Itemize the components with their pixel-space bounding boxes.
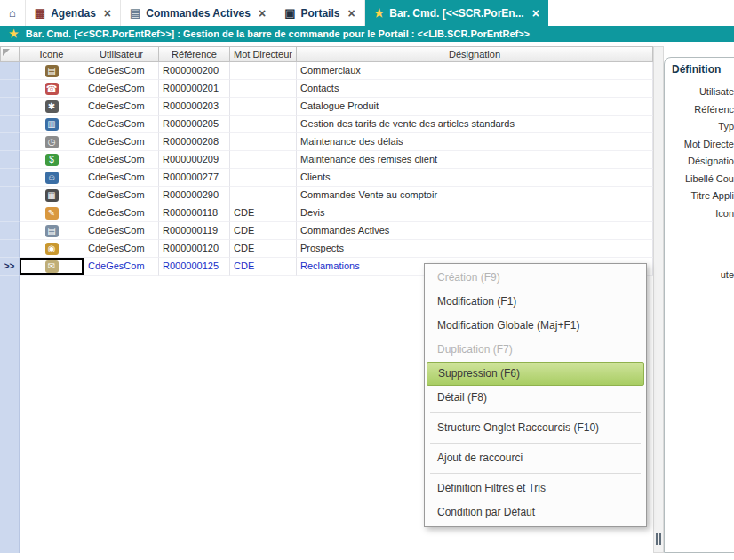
column-header-utilisateur[interactable]: Utilisateur bbox=[84, 46, 159, 62]
table-row[interactable]: ☺ CdeGesCom R000000277 Clients bbox=[0, 169, 653, 187]
table-row[interactable]: ▦ CdeGesCom R000000290 Commandes Vente a… bbox=[0, 187, 653, 204]
tab-bar-cmd[interactable]: ★ Bar. Cmd. [<<SCR.PorEn... × bbox=[365, 0, 548, 26]
column-header-designation[interactable]: Désignation bbox=[297, 46, 653, 62]
panel-field-label: Typ bbox=[664, 118, 734, 136]
portal-icon: ▣ bbox=[284, 7, 295, 19]
row-icon-cell: ✱ bbox=[20, 98, 84, 116]
cell-reference: R000000203 bbox=[159, 98, 230, 116]
application-window: ⌂ ▦ Agendas × ▤ Commandes Actives × ▣ Po… bbox=[0, 0, 734, 560]
cell-reference: R000000208 bbox=[159, 133, 230, 151]
cell-utilisateur: CdeGesCom bbox=[84, 98, 159, 116]
tab-agendas[interactable]: ▦ Agendas × bbox=[26, 0, 121, 26]
cell-reference: R000000209 bbox=[159, 151, 230, 169]
menu-item-ajout-de-raccourci[interactable]: Ajout de raccourci bbox=[427, 446, 644, 470]
table-row[interactable]: ◷ CdeGesCom R000000208 Maintenance des d… bbox=[0, 133, 653, 151]
row-icon-cell: ✎ bbox=[20, 204, 84, 222]
cell-mot-directeur bbox=[230, 187, 297, 204]
tab-label: Commandes Actives bbox=[146, 7, 251, 20]
cell-reference: R000000201 bbox=[159, 80, 230, 98]
cell-reference: R000000120 bbox=[159, 240, 230, 258]
menu-item-suppression[interactable]: Suppression (F6) bbox=[427, 362, 644, 386]
price-list-icon: ▥ bbox=[45, 118, 59, 131]
cell-reference: R000000277 bbox=[159, 169, 230, 187]
row-icon-cell: ☎ bbox=[20, 80, 84, 98]
catalog-icon: ✱ bbox=[45, 100, 59, 113]
close-tab-icon[interactable]: × bbox=[347, 6, 355, 20]
cell-designation: Contacts bbox=[297, 80, 653, 98]
splitter-grip-icon[interactable] bbox=[656, 533, 661, 545]
menu-separator bbox=[430, 412, 641, 413]
select-all-header-cell[interactable] bbox=[0, 46, 20, 62]
row-marker bbox=[0, 151, 20, 169]
menu-item-detail[interactable]: Détail (F8) bbox=[427, 386, 644, 410]
tab-commandes-actives[interactable]: ▤ Commandes Actives × bbox=[121, 0, 275, 26]
close-tab-icon[interactable]: × bbox=[259, 6, 266, 20]
grid-body: ▤ CdeGesCom R000000200 Commerciaux ☎ Cde… bbox=[0, 62, 653, 276]
tab-portails[interactable]: ▣ Portails × bbox=[275, 0, 365, 26]
cell-reference: R000000205 bbox=[159, 116, 230, 133]
table-row[interactable]: ☎ CdeGesCom R000000201 Contacts bbox=[0, 80, 653, 98]
row-marker bbox=[0, 240, 20, 258]
cell-mot-directeur: CDE bbox=[230, 240, 297, 258]
close-tab-icon[interactable]: × bbox=[532, 6, 539, 20]
printer-icon: ▤ bbox=[45, 225, 59, 237]
menu-item-duplication: Duplication (F7) bbox=[427, 338, 644, 362]
dollar-icon: $ bbox=[45, 154, 59, 166]
table-row[interactable]: ▤ CdeGesCom R000000200 Commerciaux bbox=[0, 62, 653, 80]
cell-reference: R000000125 bbox=[159, 258, 230, 276]
folder-icon: ✉ bbox=[45, 260, 59, 273]
row-marker bbox=[0, 98, 20, 116]
table-row[interactable]: ✱ CdeGesCom R000000203 Catalogue Produit bbox=[0, 98, 653, 116]
calendar-icon: ▦ bbox=[35, 7, 45, 19]
cell-designation: Commerciaux bbox=[297, 62, 653, 80]
table-row[interactable]: ▥ CdeGesCom R000000205 Gestion des tarif… bbox=[0, 116, 653, 133]
cell-mot-directeur bbox=[230, 133, 297, 151]
cell-mot-directeur: CDE bbox=[230, 258, 297, 276]
clock-icon: ◷ bbox=[45, 136, 59, 148]
cell-utilisateur: CdeGesCom bbox=[84, 204, 159, 222]
menu-separator bbox=[430, 443, 641, 444]
panel-field-label: Utilisate bbox=[664, 84, 734, 101]
menu-item-definition-filtres-et-tris[interactable]: Définition Filtres et Tris bbox=[427, 476, 644, 500]
menu-item-modification-globale[interactable]: Modification Globale (Maj+F1) bbox=[427, 314, 644, 338]
tab-label: Bar. Cmd. [<<SCR.PorEn... bbox=[389, 7, 523, 20]
menu-item-structure-onglet-raccourcis[interactable]: Structure Onglet Raccourcis (F10) bbox=[427, 416, 644, 440]
close-tab-icon[interactable]: × bbox=[104, 6, 111, 20]
clipboard-icon: ▤ bbox=[130, 7, 140, 19]
grid-header: Icone Utilisateur Référence Mot Directeu… bbox=[0, 46, 653, 62]
organizer-icon: ▤ bbox=[45, 65, 59, 77]
tab-home[interactable]: ⌂ bbox=[0, 0, 26, 26]
table-row[interactable]: ◉ CdeGesCom R000000120 CDE Prospects bbox=[0, 240, 653, 258]
row-marker: >> bbox=[0, 258, 20, 276]
column-header-icone[interactable]: Icone bbox=[20, 46, 84, 62]
menu-item-condition-par-defaut[interactable]: Condition par Défaut bbox=[427, 500, 644, 524]
cell-utilisateur: CdeGesCom bbox=[84, 187, 159, 204]
row-marker bbox=[0, 222, 20, 240]
cell-designation: Devis bbox=[297, 204, 653, 222]
row-marker bbox=[0, 62, 20, 80]
column-header-mot-directeur[interactable]: Mot Directeur bbox=[230, 46, 297, 62]
cell-reference: R000000119 bbox=[159, 222, 230, 240]
pencil-icon: ✎ bbox=[45, 207, 59, 220]
column-header-reference[interactable]: Référence bbox=[159, 46, 230, 62]
cell-mot-directeur bbox=[230, 98, 297, 116]
menu-item-modification[interactable]: Modification (F1) bbox=[427, 290, 644, 314]
table-row[interactable]: ✎ CdeGesCom R000000118 CDE Devis bbox=[0, 204, 653, 222]
cash-register-icon: ▦ bbox=[45, 189, 59, 202]
panel-field-label: Icon bbox=[664, 205, 734, 223]
row-icon-cell: ▤ bbox=[20, 222, 84, 240]
row-icon-cell: ▥ bbox=[20, 116, 84, 133]
menu-item-creation: Création (F9) bbox=[427, 266, 644, 290]
table-row[interactable]: $ CdeGesCom R000000209 Maintenance des r… bbox=[0, 151, 653, 169]
context-menu: Création (F9)Modification (F1)Modificati… bbox=[424, 263, 647, 527]
home-icon: ⌂ bbox=[9, 7, 16, 19]
cell-designation: Maintenance des remises client bbox=[297, 151, 653, 169]
cell-utilisateur: CdeGesCom bbox=[84, 151, 159, 169]
cell-utilisateur: CdeGesCom bbox=[84, 133, 159, 151]
star-icon: ★ bbox=[374, 7, 385, 19]
cell-mot-directeur: CDE bbox=[230, 222, 297, 240]
table-row[interactable]: ▤ CdeGesCom R000000119 CDE Commandes Act… bbox=[0, 222, 653, 240]
row-marker bbox=[0, 116, 20, 133]
window-title-bar: ★ Bar. Cmd. [<<SCR.PorEntRef>>] : Gestio… bbox=[0, 26, 734, 42]
vertical-scrollbar[interactable] bbox=[653, 46, 664, 553]
